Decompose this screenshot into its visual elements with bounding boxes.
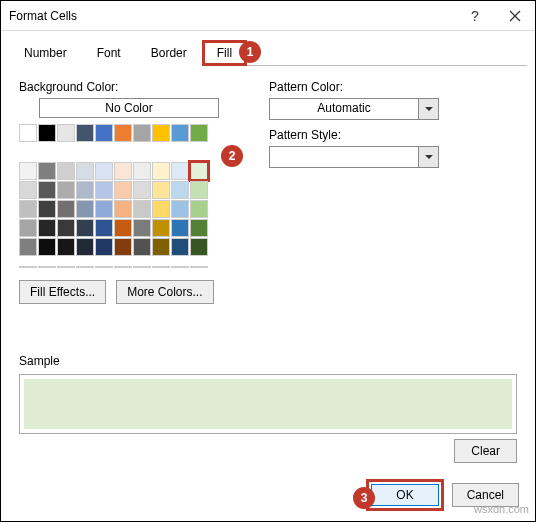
- standard-color-swatch[interactable]: [38, 266, 56, 268]
- color-swatch[interactable]: [95, 238, 113, 256]
- no-color-button[interactable]: No Color: [39, 98, 219, 118]
- color-swatch[interactable]: [38, 219, 56, 237]
- color-swatch[interactable]: [95, 200, 113, 218]
- clear-button[interactable]: Clear: [454, 439, 517, 463]
- color-swatch[interactable]: [38, 181, 56, 199]
- standard-color-swatch[interactable]: [133, 266, 151, 268]
- color-swatch[interactable]: [133, 162, 151, 180]
- color-swatch[interactable]: [171, 124, 189, 142]
- color-swatch[interactable]: [190, 200, 208, 218]
- theme-color-grid: [19, 124, 239, 256]
- background-color-section: Background Color: No Color Fill Effects.…: [19, 80, 239, 304]
- color-swatch[interactable]: [95, 124, 113, 142]
- color-swatch[interactable]: [76, 162, 94, 180]
- standard-color-swatch[interactable]: [190, 266, 208, 268]
- color-swatch[interactable]: [190, 162, 208, 180]
- color-swatch[interactable]: [76, 200, 94, 218]
- sample-box: [19, 374, 517, 434]
- color-swatch[interactable]: [76, 124, 94, 142]
- close-button[interactable]: [495, 1, 535, 31]
- color-swatch[interactable]: [114, 200, 132, 218]
- tab-number[interactable]: Number: [9, 40, 82, 66]
- pattern-style-value: [270, 147, 418, 167]
- color-swatch[interactable]: [19, 200, 37, 218]
- color-swatch[interactable]: [19, 219, 37, 237]
- close-icon: [509, 10, 521, 22]
- standard-color-swatch[interactable]: [57, 266, 75, 268]
- color-swatch[interactable]: [171, 162, 189, 180]
- standard-color-swatch[interactable]: [76, 266, 94, 268]
- standard-color-row: [19, 266, 239, 268]
- color-swatch[interactable]: [133, 238, 151, 256]
- sample-preview: [24, 379, 512, 429]
- standard-color-swatch[interactable]: [19, 266, 37, 268]
- color-swatch[interactable]: [133, 124, 151, 142]
- color-swatch[interactable]: [114, 238, 132, 256]
- color-swatch[interactable]: [38, 124, 56, 142]
- color-swatch[interactable]: [171, 219, 189, 237]
- color-swatch[interactable]: [152, 181, 170, 199]
- color-swatch[interactable]: [95, 162, 113, 180]
- tab-font[interactable]: Font: [82, 40, 136, 66]
- color-swatch[interactable]: [76, 181, 94, 199]
- color-swatch[interactable]: [57, 181, 75, 199]
- standard-color-swatch[interactable]: [95, 266, 113, 268]
- standard-color-swatch[interactable]: [114, 266, 132, 268]
- color-swatch[interactable]: [19, 181, 37, 199]
- format-cells-dialog: Format Cells ? Number Font Border Fill 1…: [0, 0, 536, 522]
- window-title: Format Cells: [1, 9, 455, 23]
- color-swatch[interactable]: [57, 162, 75, 180]
- color-swatch[interactable]: [95, 219, 113, 237]
- color-swatch[interactable]: [133, 219, 151, 237]
- color-swatch[interactable]: [38, 200, 56, 218]
- ok-button-highlight: OK: [366, 479, 443, 511]
- standard-color-swatch[interactable]: [171, 266, 189, 268]
- color-swatch[interactable]: [152, 162, 170, 180]
- color-swatch[interactable]: [190, 124, 208, 142]
- color-swatch[interactable]: [190, 238, 208, 256]
- help-button[interactable]: ?: [455, 1, 495, 31]
- pattern-style-label: Pattern Style:: [269, 128, 517, 142]
- color-swatch[interactable]: [171, 181, 189, 199]
- chevron-down-icon: [418, 147, 438, 167]
- color-swatch[interactable]: [57, 200, 75, 218]
- standard-color-swatch[interactable]: [152, 266, 170, 268]
- pattern-color-value: Automatic: [270, 99, 418, 119]
- color-swatch[interactable]: [171, 238, 189, 256]
- color-swatch[interactable]: [152, 200, 170, 218]
- tab-strip: Number Font Border Fill: [9, 39, 527, 66]
- color-swatch[interactable]: [114, 219, 132, 237]
- color-swatch[interactable]: [114, 124, 132, 142]
- color-swatch[interactable]: [76, 219, 94, 237]
- color-swatch[interactable]: [133, 200, 151, 218]
- ok-button[interactable]: OK: [371, 484, 438, 506]
- color-swatch[interactable]: [38, 162, 56, 180]
- color-swatch[interactable]: [95, 181, 113, 199]
- pattern-style-dropdown[interactable]: [269, 146, 439, 168]
- color-swatch[interactable]: [152, 219, 170, 237]
- tab-border[interactable]: Border: [136, 40, 202, 66]
- color-swatch[interactable]: [76, 238, 94, 256]
- more-colors-button[interactable]: More Colors...: [116, 280, 213, 304]
- color-swatch[interactable]: [114, 162, 132, 180]
- color-swatch[interactable]: [19, 124, 37, 142]
- color-swatch[interactable]: [171, 200, 189, 218]
- color-swatch[interactable]: [19, 238, 37, 256]
- color-swatch[interactable]: [133, 181, 151, 199]
- background-color-label: Background Color:: [19, 80, 239, 94]
- color-swatch[interactable]: [152, 238, 170, 256]
- color-swatch[interactable]: [57, 238, 75, 256]
- color-swatch[interactable]: [38, 238, 56, 256]
- callout-3: 3: [353, 487, 375, 509]
- chevron-down-icon: [418, 99, 438, 119]
- color-swatch[interactable]: [190, 219, 208, 237]
- color-swatch[interactable]: [57, 124, 75, 142]
- color-swatch[interactable]: [190, 181, 208, 199]
- fill-effects-button[interactable]: Fill Effects...: [19, 280, 106, 304]
- color-swatch[interactable]: [152, 124, 170, 142]
- color-swatch[interactable]: [114, 181, 132, 199]
- titlebar: Format Cells ?: [1, 1, 535, 31]
- color-swatch[interactable]: [57, 219, 75, 237]
- pattern-color-dropdown[interactable]: Automatic: [269, 98, 439, 120]
- color-swatch[interactable]: [19, 162, 37, 180]
